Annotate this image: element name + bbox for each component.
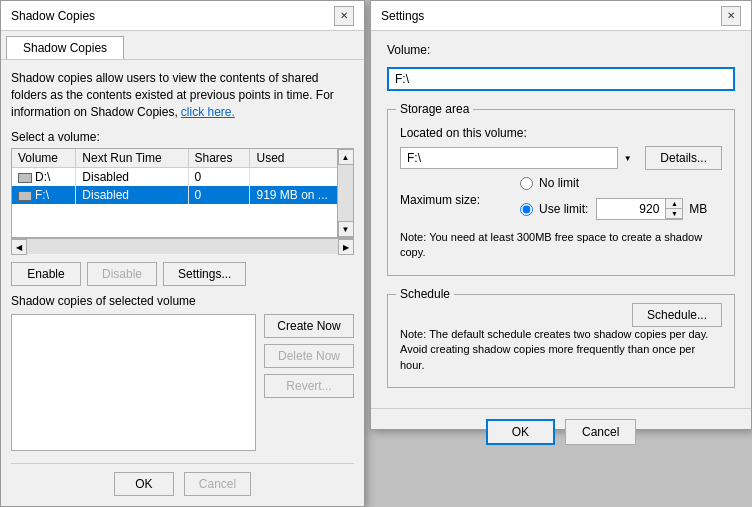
shadow-copies-title: Shadow Copies: [11, 9, 95, 23]
scroll-down-arrow[interactable]: ▼: [338, 221, 354, 237]
scroll-track-v[interactable]: [338, 165, 353, 221]
settings-close-button[interactable]: ✕: [721, 6, 741, 26]
table-row[interactable]: D:\ Disabled 0: [12, 168, 353, 187]
close-button[interactable]: ✕: [334, 6, 354, 26]
tab-bar: Shadow Copies: [1, 31, 364, 60]
volume-table: Volume Next Run Time Shares Used D:\ Dis…: [12, 149, 353, 204]
create-now-button[interactable]: Create Now: [264, 314, 354, 338]
details-button[interactable]: Details...: [645, 146, 722, 170]
no-limit-radio-row: No limit: [520, 176, 707, 190]
max-size-row: Maximum size: No limit Use limit:: [400, 176, 722, 224]
copies-list[interactable]: [11, 314, 256, 451]
next-run-d: Disabled: [76, 168, 188, 187]
select-volume-label: Select a volume:: [11, 130, 354, 144]
drive-d: D:\: [12, 168, 76, 187]
drive-f: F:\: [12, 186, 76, 204]
settings-cancel-button[interactable]: Cancel: [565, 419, 636, 445]
schedule-section: Schedule Schedule... Note: The default s…: [387, 294, 735, 388]
use-limit-radio-row: Use limit: ▲ ▼ MB: [520, 198, 707, 220]
located-on-label: Located on this volume:: [400, 126, 527, 140]
enable-button[interactable]: Enable: [11, 262, 81, 286]
spinner-down[interactable]: ▼: [666, 209, 682, 219]
settings-dialog: Settings ✕ Volume: Storage area Located …: [370, 0, 752, 430]
no-limit-label: No limit: [539, 176, 579, 190]
size-input-container: ▲ ▼ MB: [596, 198, 707, 220]
size-value-input[interactable]: [596, 198, 666, 220]
volume-label: Volume:: [387, 43, 430, 57]
shadow-copies-titlebar: Shadow Copies ✕: [1, 1, 364, 31]
settings-title: Settings: [381, 9, 424, 23]
schedule-label: Schedule: [396, 287, 454, 301]
copies-action-buttons: Create Now Delete Now Revert...: [264, 314, 354, 451]
delete-now-button[interactable]: Delete Now: [264, 344, 354, 368]
volume-select-row: F:\ ▼ Details...: [400, 146, 722, 170]
located-on-row: Located on this volume:: [400, 126, 722, 140]
shadow-copies-dialog: Shadow Copies ✕ Shadow Copies Shadow cop…: [0, 0, 365, 507]
volume-input[interactable]: [387, 67, 735, 91]
settings-bottom-buttons: OK Cancel: [371, 408, 751, 455]
spinner-up[interactable]: ▲: [666, 199, 682, 209]
schedule-button[interactable]: Schedule...: [632, 303, 722, 327]
col-next-run[interactable]: Next Run Time: [76, 149, 188, 168]
volume-table-container: Volume Next Run Time Shares Used D:\ Dis…: [11, 148, 354, 238]
dialog-bottom-buttons: OK Cancel: [11, 463, 354, 496]
shares-d: 0: [188, 168, 250, 187]
maximum-size-label: Maximum size:: [400, 193, 520, 207]
shadow-copies-panel: Create Now Delete Now Revert...: [11, 314, 354, 451]
description: Shadow copies allow users to view the co…: [11, 70, 354, 120]
ok-button[interactable]: OK: [114, 472, 174, 496]
scroll-track-h[interactable]: [27, 239, 338, 254]
schedule-note: Note: The default schedule creates two s…: [400, 327, 722, 373]
size-spinner[interactable]: ▲ ▼: [665, 198, 683, 220]
scroll-right-arrow[interactable]: ▶: [338, 239, 354, 255]
settings-titlebar: Settings ✕: [371, 1, 751, 31]
tab-shadow-copies[interactable]: Shadow Copies: [6, 36, 124, 59]
scroll-left-arrow[interactable]: ◀: [11, 239, 27, 255]
volume-action-buttons: Enable Disable Settings...: [11, 262, 354, 286]
col-shares[interactable]: Shares: [188, 149, 250, 168]
cancel-button[interactable]: Cancel: [184, 472, 251, 496]
shares-f: 0: [188, 186, 250, 204]
col-volume[interactable]: Volume: [12, 149, 76, 168]
volume-field-row: Volume:: [387, 43, 735, 61]
no-limit-radio[interactable]: [520, 177, 533, 190]
settings-ok-button[interactable]: OK: [486, 419, 555, 445]
storage-area-section: Storage area Located on this volume: F:\…: [387, 109, 735, 276]
horizontal-scrollbar[interactable]: ◀ ▶: [11, 238, 354, 254]
settings-button[interactable]: Settings...: [163, 262, 246, 286]
storage-area-label: Storage area: [396, 102, 473, 116]
use-limit-label: Use limit:: [539, 202, 588, 216]
scroll-up-arrow[interactable]: ▲: [338, 149, 354, 165]
settings-content: Volume: Storage area Located on this vol…: [371, 31, 751, 408]
use-limit-radio[interactable]: [520, 203, 533, 216]
vertical-scrollbar[interactable]: ▲ ▼: [337, 149, 353, 237]
size-unit: MB: [689, 202, 707, 216]
revert-button[interactable]: Revert...: [264, 374, 354, 398]
next-run-f: Disabled: [76, 186, 188, 204]
volume-select-container: F:\ ▼: [400, 147, 637, 169]
shadow-copies-section-label: Shadow copies of selected volume: [11, 294, 354, 308]
storage-note: Note: You need at least 300MB free space…: [400, 230, 722, 261]
disable-button[interactable]: Disable: [87, 262, 157, 286]
table-row[interactable]: F:\ Disabled 0 919 MB on ...: [12, 186, 353, 204]
volume-select[interactable]: F:\: [400, 147, 637, 169]
click-here-link[interactable]: click here.: [181, 105, 235, 119]
shadow-copies-content: Shadow copies allow users to view the co…: [1, 60, 364, 506]
